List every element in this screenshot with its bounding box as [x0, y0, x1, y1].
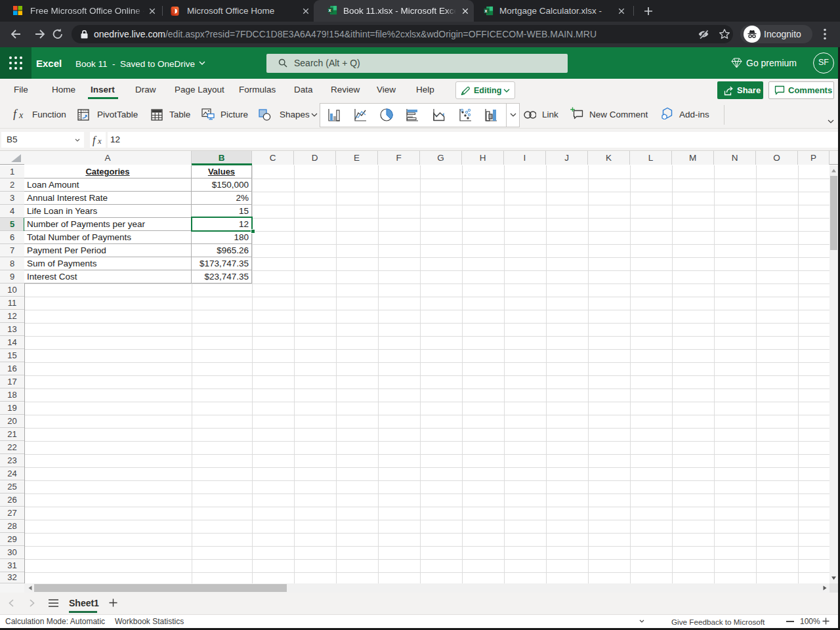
svg-text:f: f [93, 135, 97, 146]
svg-text:f: f [13, 108, 18, 120]
svg-text:x: x [18, 110, 24, 120]
svg-text:x: x [97, 136, 102, 146]
svg-text:x: x [329, 8, 331, 13]
svg-text:x: x [485, 9, 488, 14]
